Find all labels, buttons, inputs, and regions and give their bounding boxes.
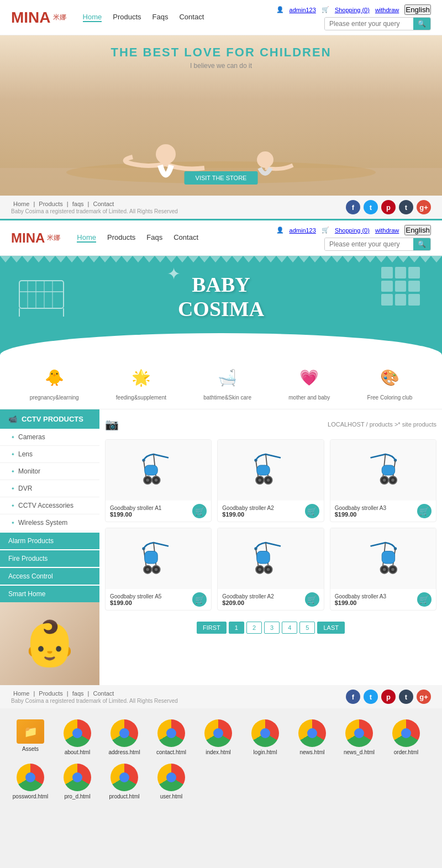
tumblr-icon-2[interactable]: t bbox=[399, 690, 413, 704]
file-news[interactable]: news.html bbox=[293, 719, 332, 755]
page-last-btn[interactable]: LAST bbox=[317, 622, 345, 634]
cat-coloring[interactable]: 🎨 Free Coloring club bbox=[367, 364, 413, 401]
search-input-2[interactable] bbox=[325, 238, 413, 250]
sidebar-cat-fire[interactable]: Fire Products bbox=[0, 550, 99, 567]
triangle-21 bbox=[221, 256, 232, 262]
file-possword[interactable]: possword.html bbox=[11, 764, 50, 799]
search-input[interactable] bbox=[325, 18, 413, 30]
footer2-home[interactable]: Home bbox=[13, 690, 29, 697]
hero-title: THE BEST LOVE FOR CHILDREN bbox=[110, 45, 331, 60]
admin-link[interactable]: admin123 bbox=[290, 7, 316, 13]
file-login[interactable]: login.html bbox=[246, 719, 285, 755]
file-pro-d[interactable]: pro_d.html bbox=[58, 764, 97, 799]
product-card-3[interactable]: Goodbaby stroller A3 $199.00 🛒 bbox=[330, 439, 436, 522]
nav2-home[interactable]: Home bbox=[77, 233, 96, 243]
file-news-d[interactable]: news_d.html bbox=[340, 719, 378, 755]
svg-rect-31 bbox=[144, 551, 157, 564]
admin-link-2[interactable]: admin123 bbox=[290, 227, 316, 234]
nav2-contact[interactable]: Contact bbox=[173, 233, 198, 243]
visit-store-button[interactable]: VISIT THE STORE bbox=[185, 171, 258, 185]
googleplus-icon-2[interactable]: g+ bbox=[417, 690, 431, 704]
sidebar-item-cameras[interactable]: Cameras bbox=[0, 429, 99, 446]
cat-coloring-label: Free Coloring club bbox=[367, 394, 413, 401]
add-cart-btn-6[interactable]: 🛒 bbox=[417, 592, 432, 607]
footer-products[interactable]: Products bbox=[39, 201, 62, 207]
sidebar-item-wireless[interactable]: Wireless System bbox=[0, 514, 99, 532]
page-3-btn[interactable]: 3 bbox=[264, 622, 280, 634]
file-order[interactable]: order.html bbox=[387, 719, 425, 755]
product-card-6[interactable]: Goodbaby stroller A3 $199.00 🛒 bbox=[330, 528, 436, 611]
grid-cell-8 bbox=[395, 294, 407, 306]
language-btn[interactable]: English bbox=[404, 4, 431, 15]
page-1-btn[interactable]: 1 bbox=[229, 622, 244, 634]
language-btn-2[interactable]: English bbox=[404, 225, 431, 235]
shopping-link-2[interactable]: Shopping (0) bbox=[335, 227, 370, 234]
add-cart-btn-1[interactable]: 🛒 bbox=[192, 504, 207, 518]
page-first-btn[interactable]: FIRST bbox=[197, 622, 227, 634]
page-4-btn[interactable]: 4 bbox=[282, 622, 297, 634]
file-user[interactable]: user.html bbox=[152, 764, 191, 799]
cat-bathtime[interactable]: 🛁 bathtime&Skin care bbox=[203, 364, 251, 401]
sidebar-cat-access[interactable]: Access Control bbox=[0, 568, 99, 585]
product-card-5[interactable]: Goodbaby stroller A2 $209.00 🛒 bbox=[217, 528, 324, 611]
facebook-icon-2[interactable]: f bbox=[346, 690, 360, 704]
triangle-18 bbox=[188, 256, 199, 262]
file-address[interactable]: address.html bbox=[105, 719, 144, 755]
nav-faqs[interactable]: Faqs bbox=[152, 13, 169, 22]
product-name-6: Goodbaby stroller A3 bbox=[335, 593, 386, 599]
footer2-faqs[interactable]: faqs bbox=[72, 690, 84, 697]
twitter-icon-2[interactable]: t bbox=[364, 690, 378, 704]
add-cart-btn-5[interactable]: 🛒 bbox=[305, 592, 319, 607]
baby-image: 👶 bbox=[0, 602, 99, 685]
cat-pregnancy[interactable]: 🐥 pregnancy&learning bbox=[30, 364, 79, 401]
add-cart-btn-4[interactable]: 🛒 bbox=[192, 592, 207, 607]
googleplus-icon[interactable]: g+ bbox=[417, 200, 431, 214]
withdraw-link[interactable]: withdraw bbox=[375, 7, 399, 13]
page-5-btn[interactable]: 5 bbox=[299, 622, 315, 634]
file-product[interactable]: product.html bbox=[105, 764, 144, 799]
svg-point-47 bbox=[392, 568, 394, 571]
sidebar-cat-smart[interactable]: Smart Home bbox=[0, 586, 99, 602]
sidebar-item-dvr[interactable]: DVR bbox=[0, 480, 99, 497]
nav2-faqs[interactable]: Faqs bbox=[146, 233, 162, 243]
file-index[interactable]: index.html bbox=[199, 719, 238, 755]
triangle-17 bbox=[177, 256, 188, 262]
chrome-icon-product bbox=[110, 764, 138, 791]
footer-home[interactable]: Home bbox=[13, 201, 29, 207]
footer-contact[interactable]: Contact bbox=[93, 201, 114, 207]
product-card-4[interactable]: Goodbaby stroller A5 $199.00 🛒 bbox=[105, 528, 212, 611]
footer-faqs[interactable]: faqs bbox=[72, 201, 84, 207]
sidebar-item-cctv-accessories[interactable]: CCTV Accessories bbox=[0, 497, 99, 514]
nav-home[interactable]: Home bbox=[83, 13, 102, 22]
pinterest-icon-2[interactable]: p bbox=[381, 690, 396, 704]
triangle-22 bbox=[232, 256, 243, 262]
file-assets[interactable]: 📁 Assets bbox=[11, 719, 50, 755]
nav2-products[interactable]: Products bbox=[107, 233, 135, 243]
tumblr-icon[interactable]: t bbox=[399, 200, 413, 214]
search-button[interactable]: 🔍 bbox=[413, 18, 430, 30]
file-about[interactable]: about.html bbox=[58, 719, 97, 755]
file-contact[interactable]: contact.html bbox=[152, 719, 191, 755]
footer2-products[interactable]: Products bbox=[39, 690, 62, 697]
add-cart-btn-3[interactable]: 🛒 bbox=[417, 504, 432, 518]
page-2-btn[interactable]: 2 bbox=[246, 622, 262, 634]
withdraw-link-2[interactable]: withdraw bbox=[375, 227, 399, 234]
navbar-2: MINA 米娜 Home Products Faqs Contact 👤 adm… bbox=[0, 219, 442, 256]
sidebar-cat-alarm[interactable]: Alarm Products bbox=[0, 533, 99, 549]
shopping-link[interactable]: Shopping (0) bbox=[335, 7, 370, 13]
sidebar-item-monitor[interactable]: Monitor bbox=[0, 463, 99, 480]
product-card-2[interactable]: Goodbaby stroller A2 $199.00 🛒 bbox=[217, 439, 324, 522]
add-cart-btn-2[interactable]: 🛒 bbox=[305, 504, 319, 518]
sidebar-item-lens[interactable]: Lens bbox=[0, 446, 99, 463]
cat-mother[interactable]: 💗 mother and baby bbox=[288, 364, 330, 401]
twitter-icon[interactable]: t bbox=[364, 200, 378, 214]
facebook-icon[interactable]: f bbox=[346, 200, 360, 214]
cat-feeding[interactable]: 🌟 feeding&supplement bbox=[116, 364, 166, 401]
product-card-1[interactable]: Goodbaby stroller A1 $199.00 🛒 bbox=[105, 439, 212, 522]
search-button-2[interactable]: 🔍 bbox=[413, 238, 430, 250]
grid-cell-9 bbox=[408, 294, 420, 306]
footer2-contact[interactable]: Contact bbox=[93, 690, 114, 697]
nav-products[interactable]: Products bbox=[113, 13, 141, 22]
nav-contact[interactable]: Contact bbox=[179, 13, 204, 22]
pinterest-icon[interactable]: p bbox=[381, 200, 396, 214]
